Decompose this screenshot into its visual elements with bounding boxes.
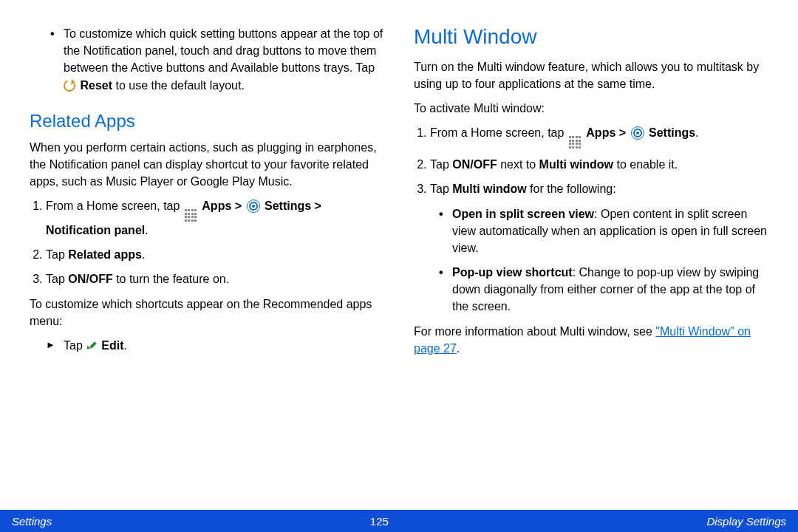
apps-label: Apps — [202, 200, 231, 212]
quick-settings-customize-bullet: To customize which quick setting buttons… — [30, 25, 384, 94]
apps-icon — [185, 209, 197, 222]
bullet-text-prefix: To customize which quick setting buttons… — [64, 27, 383, 74]
mw-step-2: Tap ON/OFF next to Multi window to enabl… — [430, 156, 768, 173]
related-apps-heading: Related Apps — [30, 109, 384, 134]
edit-label: Edit — [101, 339, 123, 352]
notification-panel-label: Notification panel — [46, 224, 145, 236]
edit-icon — [87, 339, 99, 351]
footer-right: Display Settings — [706, 515, 786, 528]
sub-bullet-split-screen: Open in split screen view: Open content … — [430, 205, 768, 257]
settings-icon — [247, 200, 260, 213]
step-1: From a Home screen, tap Apps > Settings … — [46, 197, 384, 239]
left-column: To customize which quick setting buttons… — [30, 22, 384, 502]
customize-shortcuts-intro: To customize which shortcuts appear on t… — [30, 296, 384, 330]
step-3: Tap ON/OFF to turn the feature on. — [46, 270, 384, 287]
page-footer: Settings 125 Display Settings — [0, 510, 798, 532]
reset-icon — [62, 78, 78, 93]
activate-line: To activate Multi window: — [414, 100, 768, 117]
apps-label: Apps — [586, 126, 615, 139]
right-column: Multi Window Turn on the Multi window fe… — [414, 22, 768, 502]
tap-edit-row: Tap Edit. — [30, 337, 384, 354]
related-apps-intro: When you perform certain actions, such a… — [30, 139, 384, 191]
edit-tap-list: Tap Edit. — [30, 337, 384, 354]
settings-icon — [631, 126, 644, 140]
more-info-line: For more information about Multi window,… — [414, 323, 768, 357]
mw-step-3: Tap Multi window for the following: Open… — [430, 180, 768, 315]
step-2: Tap Related apps. — [46, 246, 384, 263]
settings-label: Settings — [265, 200, 311, 212]
mw-sub-bullets: Open in split screen view: Open content … — [430, 205, 768, 316]
footer-page-number: 125 — [370, 515, 389, 528]
multi-window-steps: From a Home screen, tap Apps > Settings.… — [430, 124, 768, 316]
reset-label: Reset — [80, 79, 112, 92]
multi-window-intro: Turn on the Multi window feature, which … — [414, 58, 768, 92]
apps-icon — [569, 136, 582, 149]
footer-left: Settings — [12, 515, 52, 528]
bullet-text-suffix: to use the default layout. — [112, 79, 245, 92]
onoff-bold: ON/OFF — [68, 273, 112, 285]
page-body: To customize which quick setting buttons… — [0, 0, 798, 510]
sub-bullet-popup: Pop-up view shortcut: Change to pop-up v… — [430, 264, 768, 316]
mw-step-1: From a Home screen, tap Apps > Settings. — [430, 124, 768, 149]
quick-settings-bullet-list: To customize which quick setting buttons… — [30, 25, 384, 94]
related-apps-steps: From a Home screen, tap Apps > Settings … — [46, 197, 384, 288]
related-apps-bold: Related apps — [68, 248, 142, 261]
multi-window-heading: Multi Window — [414, 22, 768, 52]
settings-label: Settings — [649, 126, 695, 139]
